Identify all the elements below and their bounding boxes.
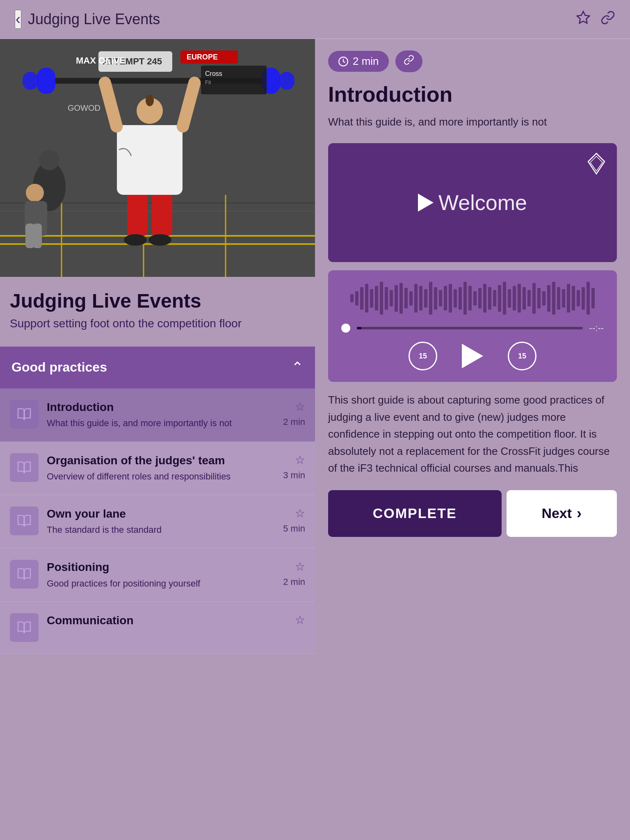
lesson-desc-positioning: Good practices for positioning yourself <box>47 578 275 590</box>
lesson-duration-own-your-lane: 5 min <box>283 523 305 534</box>
skip-back-number: 15 <box>419 352 427 361</box>
next-arrow-icon: › <box>577 505 582 522</box>
waveform-bar <box>498 285 501 312</box>
skip-forward-button[interactable]: 15 <box>508 342 536 370</box>
lesson-desc: What this guide is, and more importantly… <box>47 417 275 430</box>
svg-marker-0 <box>577 11 589 23</box>
header-title: Judging Live Events <box>28 11 160 28</box>
waveform-bar <box>454 289 457 308</box>
waveform-bar <box>567 284 570 313</box>
play-button[interactable] <box>462 344 483 368</box>
back-button[interactable]: ‹ <box>15 10 21 29</box>
header-actions <box>576 10 615 29</box>
waveform-bar <box>444 286 447 310</box>
waveform-bar <box>493 290 496 306</box>
bookmark-star-own-your-lane[interactable]: ☆ <box>295 507 305 520</box>
waveform-bar <box>557 287 560 310</box>
waveform-bar <box>503 282 506 315</box>
waveform-bar <box>463 282 467 315</box>
lesson-content-introduction: Introduction What this guide is, and mor… <box>47 400 275 430</box>
waveform-bar <box>547 285 550 312</box>
progress-dot[interactable] <box>341 324 350 333</box>
audio-player: --:-- 15 15 <box>328 270 617 382</box>
lesson-meta-introduction: ☆ 2 min <box>283 400 305 427</box>
link-badge[interactable] <box>395 50 422 72</box>
lesson-name-communication: Communication <box>47 613 287 628</box>
waveform-bar <box>380 282 383 315</box>
meta-row: 2 min <box>328 50 617 72</box>
chevron-up-icon: ⌃ <box>291 359 304 376</box>
waveform <box>341 282 604 315</box>
lesson-icon-box-own-your-lane <box>10 507 39 535</box>
waveform-bar <box>429 282 432 315</box>
waveform-bar <box>542 291 546 306</box>
waveform-bar <box>370 289 373 308</box>
waveform-bar <box>439 290 442 306</box>
waveform-bar <box>582 287 585 310</box>
lesson-name-organisation: Organisation of the judges' team <box>47 453 275 468</box>
content-description: What this guide is, and more importantly… <box>328 114 617 130</box>
lesson-desc-own-your-lane: The standard is the standard <box>47 524 275 536</box>
link-button[interactable] <box>600 10 615 29</box>
waveform-bar <box>350 294 354 302</box>
waveform-bar <box>355 291 358 306</box>
skip-forward-circle: 15 <box>508 342 536 370</box>
next-label: Next <box>541 505 572 521</box>
waveform-bar <box>513 286 516 310</box>
lesson-duration-positioning: 2 min <box>283 577 305 587</box>
bookmark-star-positioning[interactable]: ☆ <box>295 560 305 573</box>
main-layout: ATTEMPT 245 EUROPE Cross Fit GOWOD MAX O… <box>0 39 630 654</box>
svg-text:EUROPE: EUROPE <box>187 53 218 61</box>
waveform-bar <box>395 285 398 312</box>
lesson-icon-box-communication <box>10 613 39 642</box>
time-elapsed: --:-- <box>589 323 604 333</box>
complete-button[interactable]: COMPLETE <box>328 490 502 537</box>
lesson-item-organisation[interactable]: Organisation of the judges' team Overvie… <box>0 442 315 495</box>
lesson-item-introduction[interactable]: Introduction What this guide is, and mor… <box>0 388 315 442</box>
skip-back-button[interactable]: 15 <box>409 342 437 370</box>
header-left: ‹ Judging Live Events <box>15 10 160 29</box>
video-welcome-text: Welcome <box>438 190 527 215</box>
waveform-bar <box>527 290 531 306</box>
waveform-bar <box>562 289 565 308</box>
waveform-bar <box>483 284 486 313</box>
hero-image: ATTEMPT 245 EUROPE Cross Fit GOWOD MAX O… <box>0 39 315 277</box>
audio-controls: 15 15 <box>341 342 604 370</box>
waveform-bar <box>518 284 521 313</box>
waveform-bar <box>399 283 403 314</box>
waveform-bar <box>365 284 368 313</box>
lesson-meta-communication: ☆ <box>295 613 305 627</box>
lesson-item-own-your-lane[interactable]: Own your lane The standard is the standa… <box>0 495 315 548</box>
lesson-meta-organisation: ☆ 3 min <box>283 453 305 481</box>
skip-forward-number: 15 <box>518 352 526 361</box>
svg-point-10 <box>39 150 59 170</box>
svg-point-23 <box>124 234 147 246</box>
video-logo <box>584 151 609 178</box>
course-title-section: Judging Live Events Support setting foot… <box>0 277 315 335</box>
svg-point-32 <box>26 184 44 202</box>
video-player[interactable]: Welcome <box>328 143 617 262</box>
bookmark-star-introduction[interactable]: ☆ <box>295 400 305 413</box>
content-title: Introduction <box>328 82 617 107</box>
bookmark-star-organisation[interactable]: ☆ <box>295 453 305 467</box>
waveform-bar <box>449 284 452 313</box>
svg-point-24 <box>148 234 171 246</box>
svg-point-22 <box>146 95 154 106</box>
time-badge: 2 min <box>328 51 389 72</box>
bookmark-button[interactable] <box>576 10 591 29</box>
course-subtitle: Support setting foot onto the competitio… <box>10 317 305 330</box>
good-practices-header[interactable]: Good practices ⌃ <box>0 347 315 388</box>
video-title-text: Welcome <box>418 190 527 215</box>
lesson-item-positioning[interactable]: Positioning Good practices for positioni… <box>0 548 315 602</box>
good-practices-title: Good practices <box>11 360 107 375</box>
waveform-bar <box>473 291 477 306</box>
bookmark-star-communication[interactable]: ☆ <box>295 613 305 627</box>
svg-text:GOWOD: GOWOD <box>68 103 100 112</box>
progress-track[interactable] <box>357 327 583 329</box>
play-icon <box>418 194 434 212</box>
lesson-item-communication[interactable]: Communication ☆ <box>0 602 315 654</box>
progress-fill <box>357 327 361 329</box>
lessons-list: Introduction What this guide is, and mor… <box>0 388 315 654</box>
next-button[interactable]: Next › <box>507 490 617 537</box>
waveform-bar <box>572 286 575 310</box>
